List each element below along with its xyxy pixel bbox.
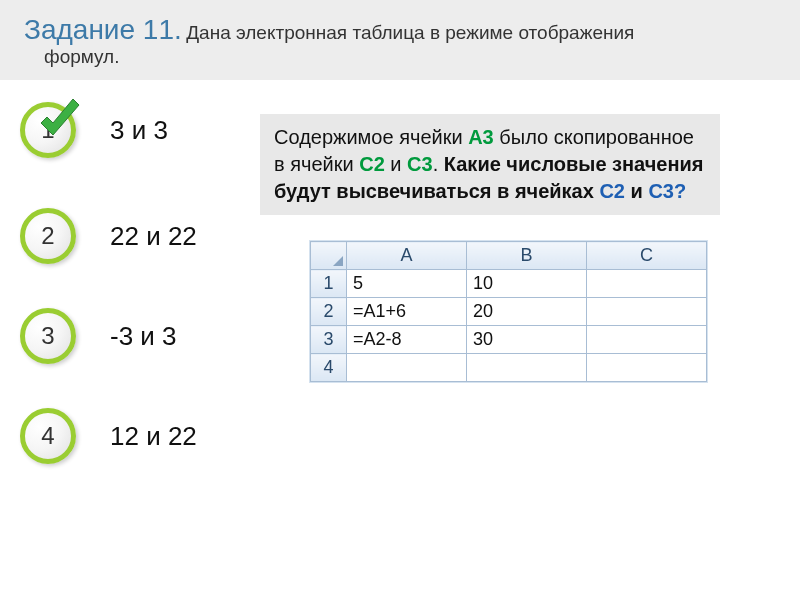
cell-c4[interactable] — [587, 354, 707, 382]
table-row: 3 =A2-8 30 — [311, 326, 707, 354]
checkmark-icon — [35, 95, 85, 145]
row-header[interactable]: 3 — [311, 326, 347, 354]
cell-a3[interactable]: =A2-8 — [347, 326, 467, 354]
q-cell-ref: С2 — [599, 180, 625, 202]
option-text: -3 и 3 — [110, 321, 177, 352]
cell-c3[interactable] — [587, 326, 707, 354]
option-1[interactable]: 1 3 и 3 — [10, 102, 260, 158]
option-text: 22 и 22 — [110, 221, 197, 252]
q-cell-ref: С3 — [407, 153, 433, 175]
q-text: . — [433, 153, 439, 175]
sheet-corner[interactable] — [311, 242, 347, 270]
question-box: Содержимое ячейки А3 было скопированное … — [260, 114, 720, 215]
cell-b1[interactable]: 10 — [467, 270, 587, 298]
q-text: и — [385, 153, 407, 175]
content-area: 1 3 и 3 2 22 и 22 3 -3 и 3 4 12 и 22 — [0, 80, 800, 508]
task-header: Задание 11. Дана электронная таблица в р… — [0, 0, 800, 80]
option-number: 4 — [41, 422, 54, 450]
option-text: 3 и 3 — [110, 115, 168, 146]
cell-a1[interactable]: 5 — [347, 270, 467, 298]
task-title: Задание 11. — [24, 14, 182, 45]
q-cell-ref: С3 — [648, 180, 674, 202]
option-badge-1: 1 — [20, 102, 76, 158]
row-header[interactable]: 4 — [311, 354, 347, 382]
option-2[interactable]: 2 22 и 22 — [10, 208, 260, 264]
option-3[interactable]: 3 -3 и 3 — [10, 308, 260, 364]
task-subtitle-line2: формул. — [24, 46, 776, 68]
cell-b2[interactable]: 20 — [467, 298, 587, 326]
q-text: Содержимое ячейки — [274, 126, 468, 148]
cell-b3[interactable]: 30 — [467, 326, 587, 354]
spreadsheet: A B C 1 5 10 2 =A1+6 20 3 =A2-8 30 — [310, 241, 707, 382]
option-4[interactable]: 4 12 и 22 — [10, 408, 260, 464]
right-column: Содержимое ячейки А3 было скопированное … — [260, 90, 800, 508]
answer-options: 1 3 и 3 2 22 и 22 3 -3 и 3 4 12 и 22 — [10, 90, 260, 508]
q-cell-ref: А3 — [468, 126, 494, 148]
row-header[interactable]: 1 — [311, 270, 347, 298]
option-text: 12 и 22 — [110, 421, 197, 452]
cell-c2[interactable] — [587, 298, 707, 326]
q-bold-text: ? — [674, 180, 686, 202]
cell-a2[interactable]: =A1+6 — [347, 298, 467, 326]
table-row: 4 — [311, 354, 707, 382]
cell-c1[interactable] — [587, 270, 707, 298]
cell-b4[interactable] — [467, 354, 587, 382]
option-badge-3: 3 — [20, 308, 76, 364]
q-bold-text: и — [625, 180, 648, 202]
row-header[interactable]: 2 — [311, 298, 347, 326]
option-number: 2 — [41, 222, 54, 250]
col-header-b[interactable]: B — [467, 242, 587, 270]
task-subtitle: Дана электронная таблица в режиме отобра… — [186, 22, 634, 43]
option-badge-2: 2 — [20, 208, 76, 264]
table-row: 2 =A1+6 20 — [311, 298, 707, 326]
option-number: 3 — [41, 322, 54, 350]
col-header-c[interactable]: C — [587, 242, 707, 270]
cell-a4[interactable] — [347, 354, 467, 382]
q-cell-ref: С2 — [359, 153, 385, 175]
table-row: 1 5 10 — [311, 270, 707, 298]
option-badge-4: 4 — [20, 408, 76, 464]
col-header-a[interactable]: A — [347, 242, 467, 270]
